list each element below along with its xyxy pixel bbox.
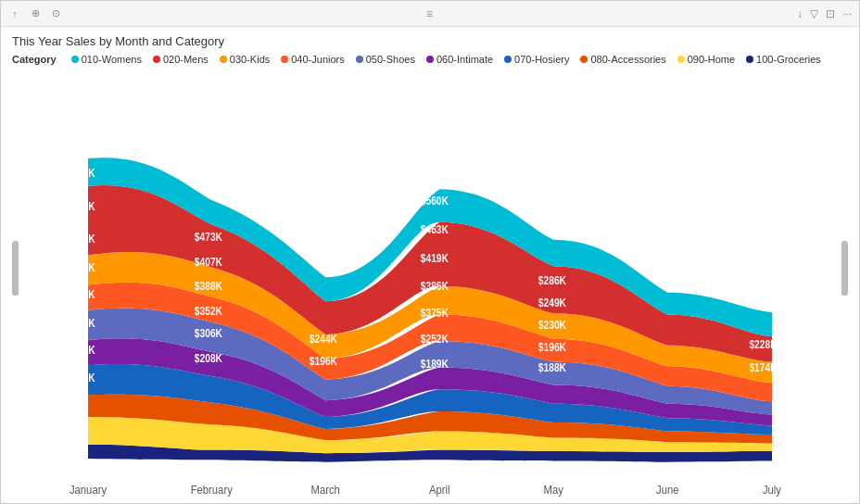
legend-item-070-Hosiery: 070-Hosiery xyxy=(504,54,569,65)
chart-svg: $765K $651K $638K $555K $505K $367K $246… xyxy=(12,70,848,499)
svg-text:$352K: $352K xyxy=(195,305,222,317)
legend-item-010-Womens: 010-Womens xyxy=(71,54,142,65)
svg-text:$386K: $386K xyxy=(421,281,449,293)
svg-text:$419K: $419K xyxy=(421,252,449,264)
svg-text:June: June xyxy=(656,483,679,497)
legend-label: 020-Mens xyxy=(163,54,209,65)
legend-label: 070-Hosiery xyxy=(514,54,569,65)
svg-text:$189K: $189K xyxy=(421,358,449,370)
back-icon[interactable]: ↑ xyxy=(8,7,21,20)
legend-item-080-Accessories: 080-Accessories xyxy=(580,54,665,65)
svg-text:$249K: $249K xyxy=(538,297,566,309)
download-icon[interactable]: ↓ xyxy=(797,7,803,20)
svg-text:July: July xyxy=(763,483,782,497)
more-icon[interactable]: ··· xyxy=(842,7,852,20)
svg-text:$388K: $388K xyxy=(195,281,222,293)
chart-area: $765K $651K $638K $555K $505K $367K $246… xyxy=(12,70,848,499)
legend-item-030-Kids: 030-Kids xyxy=(220,54,270,65)
titlebar-center: ≡ xyxy=(426,7,433,20)
svg-text:$174K: $174K xyxy=(749,362,777,374)
legend-dot xyxy=(153,56,160,63)
svg-text:$367K: $367K xyxy=(67,317,95,329)
filter-icon[interactable]: ▽ xyxy=(810,7,818,20)
titlebar-right: ↓ ▽ ⊡ ··· xyxy=(797,7,852,20)
legend-dot xyxy=(356,56,363,63)
legend-label: 100-Groceries xyxy=(756,54,821,65)
svg-text:$463K: $463K xyxy=(421,223,449,235)
legend-item-050-Shoes: 050-Shoes xyxy=(356,54,415,65)
legend-item-090-Home: 090-Home xyxy=(677,54,735,65)
svg-text:April: April xyxy=(429,483,450,497)
legend-label: 060-Intimate xyxy=(436,54,493,65)
legend-label: 090-Home xyxy=(688,54,735,65)
chart-title: This Year Sales by Month and Category xyxy=(12,34,848,48)
legend-item-040-Juniors: 040-Juniors xyxy=(281,54,344,65)
svg-text:$196K: $196K xyxy=(310,355,337,367)
legend-item-020-Mens: 020-Mens xyxy=(153,54,209,65)
svg-text:$286K: $286K xyxy=(538,275,566,287)
svg-text:March: March xyxy=(311,483,340,497)
svg-text:$505K: $505K xyxy=(67,288,95,300)
legend-label: 030-Kids xyxy=(230,54,270,65)
legend-label: 080-Accessories xyxy=(590,54,665,65)
svg-text:$244K: $244K xyxy=(310,334,337,346)
add-icon[interactable]: ⊕ xyxy=(29,7,42,20)
svg-text:January: January xyxy=(70,483,108,497)
legend-dot xyxy=(580,56,588,63)
svg-text:$228K: $228K xyxy=(749,339,777,351)
svg-text:$651K: $651K xyxy=(67,200,95,212)
svg-text:$230K: $230K xyxy=(538,319,566,331)
svg-text:$473K: $473K xyxy=(195,231,222,243)
svg-text:$208K: $208K xyxy=(195,352,222,364)
svg-text:$252K: $252K xyxy=(421,334,449,346)
legend-dot xyxy=(504,56,512,63)
svg-text:$765K: $765K xyxy=(67,167,95,179)
chart-container: This Year Sales by Month and Category Ca… xyxy=(1,27,859,503)
svg-text:$638K: $638K xyxy=(67,233,95,246)
legend-label: 050-Shoes xyxy=(366,54,415,65)
svg-text:$555K: $555K xyxy=(67,262,95,274)
legend-dot xyxy=(71,56,79,63)
svg-text:$246K: $246K xyxy=(67,345,95,357)
legend: Category 010-Womens020-Mens030-Kids040-J… xyxy=(12,54,848,65)
titlebar-left: ↑ ⊕ ⊙ xyxy=(8,7,62,20)
svg-text:$560K: $560K xyxy=(421,195,449,207)
svg-text:May: May xyxy=(544,483,564,497)
legend-dot xyxy=(281,56,288,63)
titlebar: ↑ ⊕ ⊙ ≡ ↓ ▽ ⊡ ··· xyxy=(1,1,859,27)
svg-rect-32 xyxy=(841,241,848,296)
svg-rect-31 xyxy=(12,241,19,296)
legend-dot xyxy=(220,56,227,63)
svg-text:$407K: $407K xyxy=(195,257,222,269)
legend-dot xyxy=(426,56,434,63)
svg-text:February: February xyxy=(191,483,234,497)
legend-dot xyxy=(746,56,753,63)
svg-text:$188K: $188K xyxy=(538,362,566,374)
svg-text:$306K: $306K xyxy=(195,328,222,340)
legend-dot xyxy=(677,56,685,63)
svg-text:$375K: $375K xyxy=(421,307,449,319)
lock-icon[interactable]: ⊙ xyxy=(49,7,62,20)
expand-icon[interactable]: ⊡ xyxy=(826,7,835,20)
window: ↑ ⊕ ⊙ ≡ ↓ ▽ ⊡ ··· This Year Sales by Mon… xyxy=(0,0,860,504)
legend-item-060-Intimate: 060-Intimate xyxy=(426,54,493,65)
legend-category-label: Category xyxy=(12,54,57,65)
legend-label: 010-Womens xyxy=(82,54,142,65)
legend-label: 040-Juniors xyxy=(291,54,344,65)
svg-text:$196K: $196K xyxy=(538,341,566,353)
svg-text:$186K: $186K xyxy=(67,372,95,384)
legend-item-100-Groceries: 100-Groceries xyxy=(746,54,821,65)
